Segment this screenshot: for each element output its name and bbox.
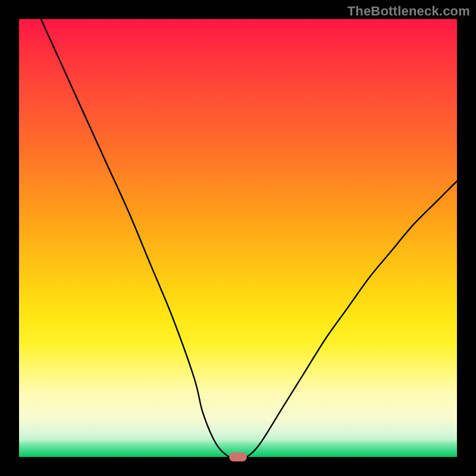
bottleneck-curve [19, 19, 457, 457]
minimum-marker [229, 453, 247, 462]
chart-frame: TheBottleneck.com [0, 0, 476, 476]
watermark-text: TheBottleneck.com [347, 4, 470, 19]
plot-area [19, 19, 457, 457]
